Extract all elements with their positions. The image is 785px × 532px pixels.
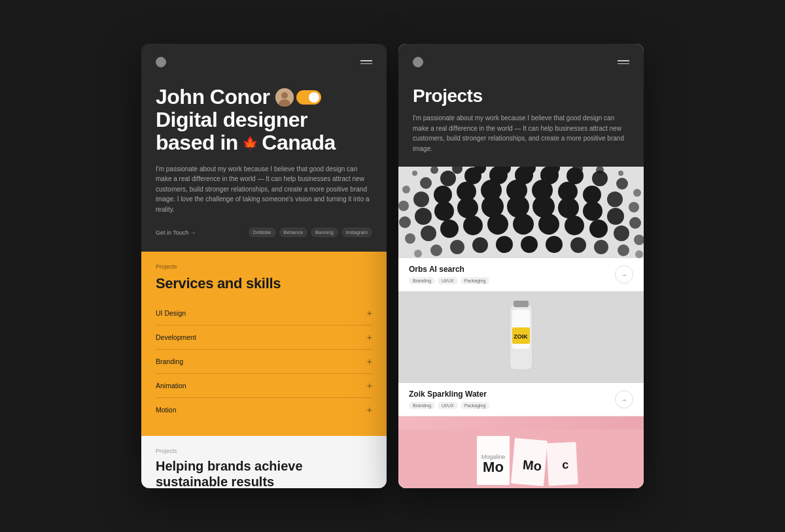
avatar <box>275 88 294 107</box>
hero-location: Canada <box>262 131 336 154</box>
svg-point-62 <box>592 171 608 186</box>
svg-point-107 <box>618 244 629 256</box>
svg-point-95 <box>589 220 608 238</box>
project-zoik-arrow[interactable]: → <box>615 390 633 408</box>
hero-description: I'm passionate about my work because I b… <box>156 164 372 215</box>
right-hamburger-menu[interactable] <box>618 60 629 64</box>
svg-point-84 <box>583 201 602 221</box>
svg-point-99 <box>430 244 442 256</box>
svg-point-83 <box>558 197 579 218</box>
hero-name: John Conor <box>156 86 270 108</box>
project-orbs-info: Orbs AI search Branding UI/UX Packaging … <box>398 258 644 291</box>
service-item-branding[interactable]: Branding + <box>156 350 372 374</box>
project-orbs-arrow[interactable]: → <box>615 265 633 284</box>
project-orbs-image <box>398 167 644 258</box>
nav-bar <box>156 57 372 67</box>
svg-point-108 <box>635 250 643 258</box>
social-tag-instagram[interactable]: Instagram <box>341 227 372 237</box>
service-label-animation: Animation <box>156 382 186 390</box>
svg-point-73 <box>583 186 601 204</box>
hero-section: John Conor Digital designer <box>141 44 387 252</box>
expand-icon-motion: + <box>367 405 372 415</box>
project-magazine-image: Mo Mogaline Mo c <box>398 416 644 488</box>
svg-text:ZOIK: ZOIK <box>514 333 528 340</box>
svg-point-74 <box>607 191 623 207</box>
services-title: Services and skills <box>156 275 372 292</box>
svg-point-44 <box>412 171 417 176</box>
projects-page-description: I'm passionate about my work because I b… <box>413 113 629 154</box>
expand-icon-dev: + <box>367 332 372 342</box>
svg-point-85 <box>607 208 624 225</box>
service-item-motion[interactable]: Motion + <box>156 398 372 422</box>
svg-point-78 <box>434 201 454 221</box>
svg-point-104 <box>546 236 563 253</box>
service-item-ui[interactable]: UI Design + <box>156 301 372 325</box>
svg-text:c: c <box>562 458 569 471</box>
svg-point-66 <box>413 191 429 207</box>
svg-point-76 <box>399 216 411 228</box>
project-zoik-tag-3: Packaging <box>461 402 490 409</box>
svg-point-93 <box>538 214 559 235</box>
project-orbs-tags: Branding UI/UX Packaging <box>409 277 489 284</box>
hamburger-menu[interactable] <box>360 60 372 64</box>
svg-point-61 <box>567 167 584 184</box>
svg-text:Mo: Mo <box>522 457 542 473</box>
projects-list: Orbs AI search Branding UI/UX Packaging … <box>398 167 644 488</box>
social-tag-behance[interactable]: Behance <box>279 227 308 237</box>
expand-icon-animation: + <box>367 380 372 391</box>
services-section-label: Projects <box>156 263 372 270</box>
service-item-dev[interactable]: Development + <box>156 325 372 350</box>
svg-point-103 <box>521 236 538 253</box>
projects-page-title: Projects <box>413 86 629 107</box>
right-nav-logo <box>413 57 423 67</box>
project-zoik-info: Zoik Sparkling Water Branding UI/UX Pack… <box>398 383 644 416</box>
svg-point-64 <box>633 189 641 197</box>
project-orbs-tag-1: Branding <box>409 277 435 284</box>
svg-point-91 <box>487 214 508 235</box>
svg-point-75 <box>629 202 639 212</box>
svg-point-1 <box>281 92 288 99</box>
service-label-ui: UI Design <box>156 309 186 317</box>
service-label-motion: Motion <box>156 406 177 414</box>
services-section: Projects Services and skills UI Design +… <box>141 252 387 436</box>
svg-point-92 <box>513 214 534 235</box>
helping-section-label: Projects <box>156 448 372 454</box>
svg-point-101 <box>472 237 488 253</box>
screens-container: John Conor Digital designer <box>141 44 644 488</box>
service-label-branding: Branding <box>156 357 183 365</box>
svg-point-63 <box>616 178 628 190</box>
svg-point-56 <box>440 171 456 186</box>
screen-right: Projects I'm passionate about my work be… <box>398 44 644 488</box>
expand-icon-ui: + <box>367 308 372 318</box>
get-in-touch-button[interactable]: Get in Touch → <box>156 229 196 236</box>
service-label-dev: Development <box>156 333 196 341</box>
svg-point-55 <box>420 177 432 189</box>
svg-point-102 <box>496 236 513 253</box>
svg-point-94 <box>565 216 584 235</box>
social-tag-banning[interactable]: Banning <box>311 227 338 237</box>
svg-point-65 <box>398 201 409 211</box>
project-zoik-name: Zoik Sparkling Water <box>409 390 489 399</box>
hero-location-prefix: based in <box>156 131 238 154</box>
project-zoik-image: ZOIK <box>398 291 644 383</box>
svg-point-87 <box>405 233 415 244</box>
right-nav-bar <box>413 57 629 67</box>
right-hero: Projects I'm passionate about my work be… <box>398 44 644 167</box>
service-item-animation[interactable]: Animation + <box>156 374 372 398</box>
expand-icon-branding: + <box>367 356 372 367</box>
svg-point-105 <box>570 237 586 253</box>
svg-point-88 <box>421 225 436 241</box>
svg-point-53 <box>618 171 623 176</box>
svg-point-90 <box>463 216 483 235</box>
toggle-switch[interactable] <box>296 90 321 105</box>
helping-title: Helping brands achieve sustainable resul… <box>156 458 372 488</box>
svg-rect-114 <box>514 301 529 307</box>
svg-point-54 <box>402 186 410 193</box>
project-zoik-tags: Branding UI/UX Packaging <box>409 402 489 409</box>
nav-logo <box>156 57 166 67</box>
svg-text:Mo: Mo <box>483 459 504 475</box>
project-orbs-tag-3: Packaging <box>461 277 490 284</box>
maple-leaf-icon: 🍁 <box>242 136 258 150</box>
social-tag-dribbble[interactable]: Dribbble <box>249 227 276 237</box>
avatar-toggle <box>275 88 321 107</box>
